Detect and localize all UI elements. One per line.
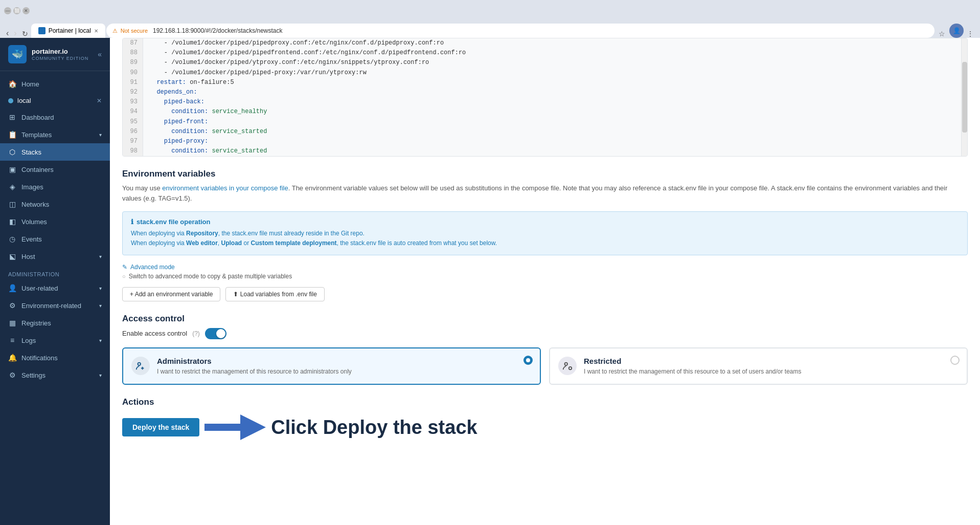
host-arrow-icon: ▾ — [99, 254, 102, 259]
nav-forward-icon[interactable]: › — [12, 29, 18, 38]
sidebar-item-volumes[interactable]: ◧ Volumes — [0, 213, 110, 230]
sidebar-nav: 🏠 Home local ✕ ⊞ Dashboard 📋 Templates ▾ — [0, 71, 110, 525]
sidebar-item-user-related[interactable]: 👤 User-related ▾ — [0, 279, 110, 297]
sidebar-item-label: Host — [21, 253, 35, 260]
sidebar-item-label: Stacks — [21, 148, 41, 156]
load-env-file-button[interactable]: ⬆ Load variables from .env file — [225, 287, 324, 301]
sidebar-item-events[interactable]: ◷ Events — [0, 230, 110, 248]
info-box-title: ℹ stack.env file operation — [131, 218, 959, 226]
access-cards-container: Administrators I want to restrict the ma… — [122, 347, 968, 385]
minimize-btn[interactable]: — — [4, 7, 11, 14]
maximize-btn[interactable]: ⬜ — [13, 7, 20, 14]
templates-icon: 📋 — [8, 130, 16, 139]
access-control-title: Access control — [122, 314, 968, 324]
sidebar-item-label: Dashboard — [21, 114, 54, 121]
user-related-arrow-icon: ▾ — [99, 286, 102, 291]
env-dot — [8, 98, 13, 103]
sidebar-item-stacks[interactable]: ⬡ Stacks — [0, 143, 110, 161]
settings-icon: ⚙ — [8, 371, 16, 379]
menu-icon[interactable]: ⋮ — [965, 30, 976, 38]
sidebar-item-settings[interactable]: ⚙ Settings ▾ — [0, 366, 110, 384]
sidebar-item-label: Containers — [21, 166, 54, 173]
logs-icon: ≡ — [8, 336, 16, 344]
sidebar-item-env-related[interactable]: ⚙ Environment-related ▾ — [0, 297, 110, 314]
sidebar-item-label: Notifications — [21, 354, 58, 362]
access-control-toggle[interactable] — [205, 328, 226, 339]
sidebar-collapse-icon[interactable]: « — [98, 50, 102, 58]
security-label: Not secure — [121, 28, 148, 34]
images-icon: ◈ — [8, 183, 16, 191]
logs-arrow-icon: ▾ — [99, 338, 102, 343]
sidebar-logo: 🐳 portainer.io COMMUNITY EDITION « — [0, 38, 110, 71]
address-bar[interactable]: ⚠ Not secure 192.168.1.18:9000/#!/2/dock… — [106, 24, 935, 38]
tab-favicon — [38, 27, 45, 34]
add-env-variable-button[interactable]: + Add an environment variable — [122, 287, 220, 301]
sidebar-item-host[interactable]: ⬕ Host ▾ — [0, 248, 110, 265]
sidebar-item-registries[interactable]: ▦ Registries — [0, 314, 110, 332]
env-name: local — [17, 97, 93, 104]
close-btn[interactable]: ✕ — [22, 7, 30, 14]
admin-card-content: Administrators I want to restrict the ma… — [157, 357, 352, 376]
code-line-91: 91 restart: on-failure:5 — [123, 78, 961, 88]
arrow-icon — [204, 414, 266, 440]
sidebar-item-label: Environment-related — [21, 302, 81, 310]
sidebar-item-label: Images — [21, 183, 43, 191]
host-icon: ⬕ — [8, 252, 16, 260]
restricted-card-content: Restricted I want to restrict the manage… — [584, 357, 802, 376]
restricted-card-radio[interactable] — [950, 356, 960, 365]
profile-icon[interactable]: 👤 — [949, 24, 964, 38]
bookmark-icon[interactable]: ☆ — [936, 30, 948, 38]
active-tab[interactable]: Portainer | local ✕ — [31, 24, 105, 38]
enable-access-control-row: Enable access control (?) — [122, 328, 968, 339]
sidebar-item-label: Templates — [21, 131, 52, 139]
pencil-icon: ✎ — [122, 264, 127, 271]
env-section-title: Environment variables — [122, 169, 968, 179]
code-line-92: 92 depends_on: — [123, 88, 961, 97]
logo-title: portainer.io — [32, 48, 88, 56]
admin-card-radio[interactable] — [523, 356, 533, 365]
browser-controls: — ⬜ ✕ — [4, 7, 30, 14]
tab-bar: ‹ › ↻ Portainer | local ✕ ⚠ Not secure 1… — [0, 21, 980, 38]
networks-icon: ◫ — [8, 200, 16, 208]
code-lines: 87 - /volume1/docker/piped/pipedproxy.co… — [123, 38, 961, 156]
code-line-87: 87 - /volume1/docker/piped/pipedproxy.co… — [123, 38, 961, 48]
sidebar-item-label: Logs — [21, 337, 36, 344]
code-line-89: 89 - /volume1/docker/piped/ytproxy.conf:… — [123, 58, 961, 68]
notifications-icon: 🔔 — [8, 354, 16, 362]
sidebar-item-images[interactable]: ◈ Images — [0, 178, 110, 195]
code-line-90: 90 - /volume1/docker/piped/piped-proxy:/… — [123, 68, 961, 78]
nav-refresh-icon[interactable]: ↻ — [20, 30, 30, 38]
switch-mode-hint: ○ Switch to advanced mode to copy & past… — [122, 273, 968, 280]
code-scrollbar[interactable] — [961, 38, 967, 156]
sidebar-item-templates[interactable]: 📋 Templates ▾ — [0, 126, 110, 143]
advanced-mode-link[interactable]: ✎ Advanced mode — [122, 264, 968, 271]
sidebar-item-home[interactable]: 🏠 Home — [0, 75, 110, 93]
nav-back-icon[interactable]: ‹ — [4, 29, 11, 38]
sidebar-item-networks[interactable]: ◫ Networks — [0, 195, 110, 213]
code-line-93: 93 piped-back: — [123, 97, 961, 107]
env-close-icon[interactable]: ✕ — [97, 97, 102, 104]
dashboard-icon: ⊞ — [8, 113, 16, 121]
restricted-card[interactable]: Restricted I want to restrict the manage… — [549, 347, 968, 385]
code-line-94: 94 condition: service_healthy — [123, 107, 961, 117]
click-annotation-text: Click Deploy the stack — [271, 417, 477, 439]
enable-access-label: Enable access control — [122, 330, 187, 337]
switch-mode-label: Switch to advanced mode to copy & paste … — [129, 273, 292, 280]
deploy-stack-button[interactable]: Deploy the stack — [122, 418, 199, 436]
tab-close-icon[interactable]: ✕ — [94, 28, 98, 34]
containers-icon: ▣ — [8, 165, 16, 173]
svg-marker-5 — [204, 414, 266, 440]
settings-arrow-icon: ▾ — [99, 373, 102, 378]
sidebar-item-containers[interactable]: ▣ Containers — [0, 161, 110, 178]
deploy-row: Deploy the stack Click Deploy the stack — [122, 414, 968, 440]
sidebar-item-dashboard[interactable]: ⊞ Dashboard — [0, 108, 110, 126]
tab-title: Portainer | local — [49, 27, 91, 34]
sidebar-item-notifications[interactable]: 🔔 Notifications — [0, 349, 110, 366]
env-desc-link[interactable]: environment variables in your compose fi… — [162, 184, 288, 192]
code-line-96: 96 condition: service_started — [123, 127, 961, 137]
administrators-card[interactable]: Administrators I want to restrict the ma… — [122, 347, 541, 385]
user-related-icon: 👤 — [8, 284, 16, 292]
stacks-icon: ⬡ — [8, 148, 16, 156]
sidebar-item-label: Home — [21, 80, 39, 88]
sidebar-item-logs[interactable]: ≡ Logs ▾ — [0, 332, 110, 349]
